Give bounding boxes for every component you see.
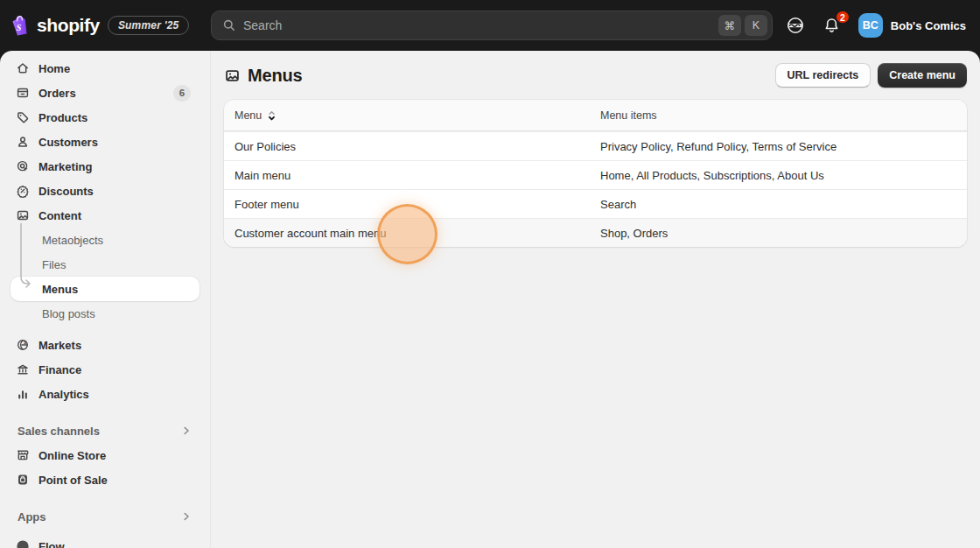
sidebar-item-blog-posts[interactable]: Blog posts (10, 301, 200, 326)
menu-name-cell[interactable]: Customer account main menu (224, 227, 590, 240)
sidebar-item-label: Files (42, 258, 66, 271)
sidekick-button[interactable] (785, 15, 806, 36)
sidebar-item-label: Orders (38, 87, 76, 100)
sidebar-item-label: Flow (38, 540, 65, 548)
discounts-icon (14, 182, 32, 200)
products-tag-icon (14, 109, 32, 126)
page-title: Menus (248, 66, 302, 86)
sidebar: Home Orders 6 Products (0, 51, 211, 548)
analytics-bars-icon (14, 385, 32, 403)
account-menu[interactable]: BC Bob's Comics (858, 13, 966, 38)
menu-items-cell: Home, All Products, Subscriptions, About… (590, 169, 967, 182)
sidebar-item-label: Marketing (38, 160, 92, 173)
sidebar-item-label: Markets (38, 339, 81, 352)
sidebar-item-markets[interactable]: $ Markets (10, 333, 200, 357)
topbar: S shopify Summer '25 ⌘ K (0, 0, 980, 51)
store-name: Bob's Comics (891, 19, 966, 32)
sidebar-item-products[interactable]: Products (10, 105, 200, 130)
edition-badge[interactable]: Summer '25 (108, 16, 190, 35)
sidebar-item-menus-selected[interactable]: Menus (10, 277, 200, 301)
menu-items-cell: Privacy Policy, Refund Policy, Terms of … (590, 140, 967, 153)
sidebar-item-label: Finance (38, 363, 81, 376)
shopify-logo[interactable]: S shopify (9, 14, 100, 38)
menu-name-cell[interactable]: Main menu (224, 169, 590, 182)
chevron-right-icon (180, 425, 192, 437)
column-header-menu-items: Menu items (590, 109, 967, 122)
create-menu-button[interactable]: Create menu (878, 63, 967, 88)
menu-items-cell: Shop, Orders (590, 227, 967, 240)
menu-items-cell: Search (590, 198, 967, 211)
app-icon (14, 537, 32, 548)
finance-bank-icon (14, 361, 32, 378)
notifications-button[interactable]: 2 (822, 15, 843, 36)
marketing-target-icon (14, 158, 32, 175)
avatar: BC (858, 13, 883, 38)
sidebar-item-orders[interactable]: Orders 6 (10, 81, 200, 105)
k-keycap: K (745, 15, 767, 36)
table-row-hovered[interactable]: Customer account main menu Shop, Orders (224, 218, 967, 247)
sidebar-item-finance[interactable]: Finance (10, 357, 200, 382)
sidekick-icon (786, 16, 805, 35)
orders-icon (14, 84, 32, 102)
search-shortcut: ⌘ K (718, 15, 767, 36)
sidebar-item-label: Customers (38, 136, 98, 149)
sidebar-item-home[interactable]: Home (10, 56, 200, 81)
sidebar-item-label: Blog posts (42, 307, 95, 320)
apps-header[interactable]: Apps (10, 504, 200, 529)
sidebar-item-label: Home (38, 62, 70, 75)
customers-icon (14, 133, 32, 151)
notification-count-badge: 2 (835, 10, 850, 25)
shopify-wordmark: shopify (37, 15, 100, 36)
home-icon (14, 60, 32, 77)
svg-text:S: S (17, 23, 22, 32)
sidebar-item-discounts[interactable]: Discounts (10, 179, 200, 203)
menus-table-card: Menu Menu items Our Policies Privacy Pol… (224, 100, 967, 247)
table-row[interactable]: Our Policies Privacy Policy, Refund Poli… (224, 131, 967, 160)
search-icon (222, 18, 236, 32)
app-frame: Home Orders 6 Products (0, 51, 980, 548)
markets-globe-icon: $ (14, 336, 32, 354)
cmd-keycap: ⌘ (718, 15, 741, 36)
sidebar-item-analytics[interactable]: Analytics (10, 382, 200, 406)
menu-name-cell[interactable]: Footer menu (224, 198, 590, 211)
sidebar-item-app-partial[interactable]: Flow (10, 534, 200, 548)
sidebar-item-content[interactable]: Content (10, 203, 200, 228)
chevron-right-icon (180, 510, 192, 523)
sidebar-item-label: Menus (42, 283, 78, 296)
point-of-sale-icon (14, 471, 32, 488)
sidebar-item-online-store[interactable]: Online Store (10, 443, 200, 467)
search-input[interactable] (243, 18, 711, 32)
sidebar-item-label: Content (38, 209, 81, 222)
sidebar-item-label: Analytics (38, 388, 89, 401)
orders-count-badge: 6 (173, 85, 191, 102)
sidebar-item-files[interactable]: Files (10, 252, 200, 277)
sales-channels-header[interactable]: Sales channels (10, 418, 200, 443)
menu-name-cell[interactable]: Our Policies (224, 140, 590, 153)
sidebar-item-customers[interactable]: Customers (10, 130, 200, 154)
table-row[interactable]: Footer menu Search (224, 189, 967, 218)
menus-page-icon (224, 67, 241, 84)
sort-icon[interactable] (266, 109, 277, 122)
sidebar-item-point-of-sale[interactable]: Point of Sale (10, 467, 200, 492)
main-content: Menus URL redirects Create menu Menu (211, 51, 980, 548)
content-icon (14, 207, 32, 224)
sidebar-item-metaobjects[interactable]: Metaobjects (10, 228, 200, 252)
sidebar-item-label: Discounts (38, 185, 94, 198)
table-row[interactable]: Main menu Home, All Products, Subscripti… (224, 160, 967, 189)
sidebar-item-label: Metaobjects (42, 234, 103, 247)
sidebar-item-label: Point of Sale (38, 474, 108, 487)
svg-text:$: $ (24, 340, 26, 345)
shopify-bag-icon: S (9, 14, 31, 38)
sidebar-item-label: Online Store (38, 449, 106, 462)
global-search-bar[interactable]: ⌘ K (211, 11, 773, 40)
page-header: Menus URL redirects Create menu (224, 58, 967, 93)
online-store-icon (14, 446, 32, 464)
sidebar-item-label: Products (38, 111, 88, 124)
column-header-menu[interactable]: Menu (224, 109, 590, 122)
table-header-row: Menu Menu items (224, 100, 967, 131)
sidebar-item-marketing[interactable]: Marketing (10, 154, 200, 179)
url-redirects-button[interactable]: URL redirects (775, 63, 872, 88)
